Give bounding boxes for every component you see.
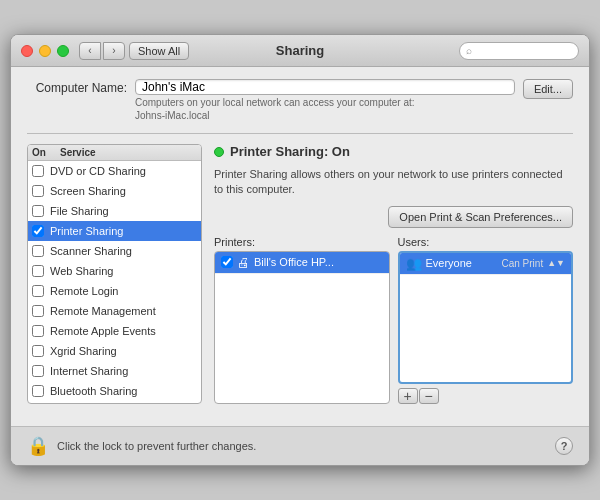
col-service-label: Service [60, 147, 197, 158]
printers-label: Printers: [214, 236, 390, 248]
service-item-bluetooth[interactable]: Bluetooth Sharing [28, 381, 201, 401]
bottom-bar: 🔒 Click the lock to prevent further chan… [11, 426, 589, 465]
detail-panel: Printer Sharing: On Printer Sharing allo… [214, 144, 573, 404]
service-item-file[interactable]: File Sharing [28, 201, 201, 221]
service-checkbox-xgrid[interactable] [32, 345, 44, 357]
service-label-remote-mgmt: Remote Management [50, 305, 156, 317]
back-button[interactable]: ‹ [79, 42, 101, 60]
col-on-label: On [32, 147, 60, 158]
users-list: 👥 Everyone Can Print ▲▼ [398, 251, 574, 384]
printer-item-label: Bill's Office HP... [254, 256, 334, 268]
services-panel: On Service DVD or CD Sharing Screen Shar… [27, 144, 202, 404]
service-checkbox-remote-login[interactable] [32, 285, 44, 297]
service-label-bluetooth: Bluetooth Sharing [50, 385, 137, 397]
maximize-button[interactable] [57, 45, 69, 57]
remove-user-button[interactable]: − [419, 388, 439, 404]
close-button[interactable] [21, 45, 33, 57]
forward-button[interactable]: › [103, 42, 125, 60]
service-label-remote-apple: Remote Apple Events [50, 325, 156, 337]
service-checkbox-dvd[interactable] [32, 165, 44, 177]
add-user-button[interactable]: + [398, 388, 418, 404]
service-item-xgrid[interactable]: Xgrid Sharing [28, 341, 201, 361]
service-label-dvd: DVD or CD Sharing [50, 165, 146, 177]
service-item-printer[interactable]: Printer Sharing [28, 221, 201, 241]
service-item-dvd[interactable]: DVD or CD Sharing [28, 161, 201, 181]
printer-item-checkbox[interactable] [221, 256, 233, 268]
user-icon: 👥 [406, 256, 422, 271]
window-title: Sharing [276, 43, 324, 58]
search-icon: ⌕ [466, 45, 472, 56]
edit-button[interactable]: Edit... [523, 79, 573, 99]
service-checkbox-web[interactable] [32, 265, 44, 277]
service-label-xgrid: Xgrid Sharing [50, 345, 117, 357]
computer-name-input[interactable] [135, 79, 515, 95]
service-label-remote-login: Remote Login [50, 285, 119, 297]
service-item-remote-login[interactable]: Remote Login [28, 281, 201, 301]
service-item-internet[interactable]: Internet Sharing [28, 361, 201, 381]
service-item-scanner[interactable]: Scanner Sharing [28, 241, 201, 261]
service-item-screen[interactable]: Screen Sharing [28, 181, 201, 201]
users-subpanel: Users: 👥 Everyone Can Print ▲▼ + − [398, 236, 574, 404]
services-header: On Service [28, 145, 201, 161]
traffic-lights [21, 45, 69, 57]
status-dot-green [214, 147, 224, 157]
user-permission-label: Can Print [501, 258, 543, 269]
printers-list: 🖨 Bill's Office HP... [214, 251, 390, 404]
service-checkbox-screen[interactable] [32, 185, 44, 197]
search-input[interactable] [475, 45, 572, 57]
service-label-web: Web Sharing [50, 265, 113, 277]
service-checkbox-remote-mgmt[interactable] [32, 305, 44, 317]
computer-name-label: Computer Name: [27, 81, 127, 95]
user-item-label: Everyone [426, 257, 472, 269]
service-checkbox-bluetooth[interactable] [32, 385, 44, 397]
divider [27, 133, 573, 134]
sharing-description: Printer Sharing allows others on your ne… [214, 167, 573, 198]
computer-name-hint2: Johns-iMac.local [135, 110, 515, 121]
nav-buttons: ‹ › [79, 42, 125, 60]
permission-dropdown-arrow[interactable]: ▲▼ [547, 258, 565, 268]
search-box[interactable]: ⌕ [459, 42, 579, 60]
add-remove-bar: + − [398, 388, 574, 404]
computer-name-hint1: Computers on your local network can acce… [135, 97, 515, 108]
service-label-screen: Screen Sharing [50, 185, 126, 197]
open-prefs-button[interactable]: Open Print & Scan Preferences... [388, 206, 573, 228]
service-label-printer: Printer Sharing [50, 225, 123, 237]
service-label-file: File Sharing [50, 205, 109, 217]
sharing-status-title: Printer Sharing: On [230, 144, 350, 159]
titlebar: ‹ › Show All Sharing ⌕ [11, 35, 589, 67]
lock-text: Click the lock to prevent further change… [57, 440, 256, 452]
show-all-button[interactable]: Show All [129, 42, 189, 60]
service-checkbox-file[interactable] [32, 205, 44, 217]
printers-subpanel: Printers: 🖨 Bill's Office HP... [214, 236, 390, 404]
service-item-remote-apple[interactable]: Remote Apple Events [28, 321, 201, 341]
content-area: Computer Name: Computers on your local n… [11, 67, 589, 416]
service-item-web[interactable]: Web Sharing [28, 261, 201, 281]
service-label-scanner: Scanner Sharing [50, 245, 132, 257]
service-checkbox-internet[interactable] [32, 365, 44, 377]
service-checkbox-remote-apple[interactable] [32, 325, 44, 337]
sharing-status-header: Printer Sharing: On [214, 144, 573, 159]
minimize-button[interactable] [39, 45, 51, 57]
help-button[interactable]: ? [555, 437, 573, 455]
user-list-item[interactable]: 👥 Everyone Can Print ▲▼ [400, 253, 572, 275]
users-label: Users: [398, 236, 574, 248]
printer-icon: 🖨 [237, 255, 250, 270]
lock-icon[interactable]: 🔒 [27, 435, 49, 457]
service-checkbox-printer[interactable] [32, 225, 44, 237]
service-label-internet: Internet Sharing [50, 365, 128, 377]
service-item-remote-mgmt[interactable]: Remote Management [28, 301, 201, 321]
printer-list-item[interactable]: 🖨 Bill's Office HP... [215, 252, 389, 274]
service-checkbox-scanner[interactable] [32, 245, 44, 257]
printers-users-row: Printers: 🖨 Bill's Office HP... Users: [214, 236, 573, 404]
sharing-window: ‹ › Show All Sharing ⌕ Computer Name: Co… [10, 34, 590, 466]
main-content: On Service DVD or CD Sharing Screen Shar… [27, 144, 573, 404]
